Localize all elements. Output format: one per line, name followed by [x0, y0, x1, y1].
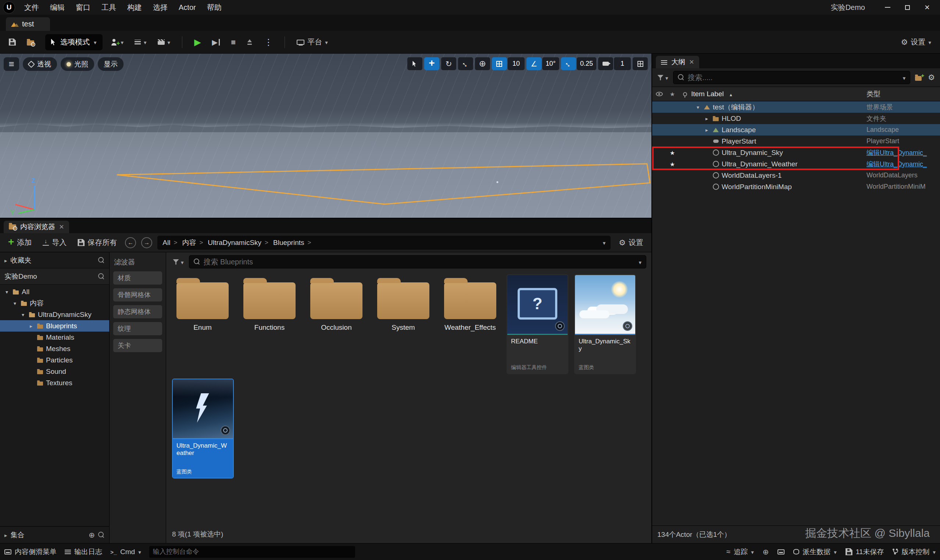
play-options-kebab[interactable]	[261, 35, 276, 49]
outliner-row[interactable]: WorldPartitionMiniMap WorldPartitionMini…	[652, 181, 940, 192]
folder-tree-item[interactable]: Textures	[0, 377, 109, 389]
expander-icon[interactable]	[704, 127, 710, 133]
perspective-dropdown[interactable]: 透视	[23, 57, 57, 71]
output-log-button[interactable]: 输出日志	[65, 547, 102, 557]
menu-item[interactable]: 帮助	[201, 1, 227, 14]
eject-button[interactable]	[244, 37, 256, 47]
menu-item[interactable]: 编辑	[45, 1, 70, 14]
snapshot-button[interactable]	[778, 549, 784, 554]
item-label-column-header[interactable]: Item Label	[691, 90, 866, 98]
unreal-logo-icon[interactable]	[3, 2, 15, 14]
outliner-row[interactable]: HLOD 文件夹	[652, 113, 940, 124]
actor-type-cell[interactable]: PlayerStart	[866, 137, 940, 145]
search-icon[interactable]	[98, 532, 105, 538]
actor-label-cell[interactable]: WorldPartitionMiniMap	[691, 183, 866, 191]
show-dropdown[interactable]: 显示	[98, 57, 123, 71]
outliner-row[interactable]: Landscape Landscape	[652, 124, 940, 135]
asset-search-box[interactable]	[189, 255, 646, 268]
landscape-selection-outline[interactable]	[117, 164, 650, 204]
folder-tile[interactable]: Functions	[239, 274, 300, 332]
play-button[interactable]	[191, 35, 204, 49]
menu-item[interactable]: 窗口	[70, 1, 96, 14]
close-icon[interactable]	[689, 58, 694, 66]
maximize-viewport-button[interactable]	[633, 57, 648, 70]
stop-button[interactable]	[228, 35, 239, 49]
content-drawer-button[interactable]: 内容侧滑菜单	[5, 547, 57, 557]
scale-tool[interactable]	[458, 57, 473, 70]
rotation-snap-toggle[interactable]	[526, 57, 542, 70]
grid-snap-value[interactable]: 10	[508, 57, 525, 70]
favorite-cell[interactable]	[666, 149, 679, 157]
expander-icon[interactable]	[4, 289, 10, 295]
folder-tree-item[interactable]: Materials	[0, 332, 109, 343]
folder-tree-item[interactable]: Particles	[0, 354, 109, 366]
actor-label-cell[interactable]: test（编辑器）	[691, 102, 866, 112]
filter-pill[interactable]: 关卡	[113, 339, 162, 352]
breadcrumb-item[interactable]: UltraDynamicSky	[208, 239, 272, 247]
chevron-down-icon[interactable]	[639, 258, 642, 266]
session-record-button[interactable]	[762, 548, 769, 556]
close-button[interactable]	[917, 0, 937, 14]
content-browser-settings[interactable]: 设置	[616, 235, 646, 250]
filter-pill[interactable]: 骨骼网格体	[113, 288, 162, 302]
console-input-box[interactable]	[149, 546, 355, 558]
folder-tile[interactable]: Enum	[172, 274, 233, 332]
actor-type-cell[interactable]: WorldDataLayers	[866, 171, 940, 179]
favorite-cell[interactable]	[666, 160, 679, 168]
browse-content-button[interactable]	[24, 37, 37, 48]
actor-type-cell[interactable]: 编辑Ultra_Dynamic_	[866, 160, 940, 169]
path-dropdown-icon[interactable]	[603, 238, 606, 247]
maximize-button[interactable]	[897, 0, 917, 14]
actor-label-cell[interactable]: Ultra_Dynamic_Weather	[691, 160, 866, 168]
favorites-section[interactable]: 收藏夹	[0, 252, 109, 268]
outliner-settings-button[interactable]	[926, 72, 936, 83]
expander-icon[interactable]	[695, 104, 701, 110]
expander-icon[interactable]	[12, 300, 18, 306]
project-section[interactable]: 实验Demo	[0, 268, 109, 285]
outliner-row[interactable]: test（编辑器） 世界场景	[652, 102, 940, 113]
trace-dropdown[interactable]: 追踪	[726, 547, 754, 557]
folder-tile[interactable]: System	[373, 274, 434, 332]
scale-snap-value[interactable]: 0.25	[577, 57, 596, 70]
breadcrumb-bar[interactable]: All 内容 UltraDynamicSky Blueprints	[157, 236, 611, 250]
actor-label-cell[interactable]: Ultra_Dynamic_Sky	[691, 149, 866, 157]
chevron-down-icon[interactable]	[903, 74, 906, 82]
add-collection-icon[interactable]	[89, 531, 95, 540]
search-icon[interactable]	[98, 257, 105, 264]
chevron-right-icon[interactable]	[5, 256, 7, 265]
asset-tile[interactable]: Ultra_Dynamic_Sky 蓝图类	[574, 274, 636, 374]
move-tool[interactable]	[424, 57, 439, 70]
save-button[interactable]	[6, 36, 19, 48]
filter-pill[interactable]: 纹理	[113, 322, 162, 335]
folder-tree-item[interactable]: Sound	[0, 366, 109, 377]
breadcrumb-item[interactable]: 内容	[182, 238, 206, 248]
collections-section[interactable]: 集合	[0, 526, 109, 543]
actor-type-cell[interactable]: 编辑Ultra_Dynamic_	[866, 148, 940, 157]
folder-tree-item[interactable]: Meshes	[0, 343, 109, 354]
favorite-column-icon[interactable]	[670, 90, 675, 98]
scale-snap-toggle[interactable]	[561, 57, 576, 70]
cmd-dropdown[interactable]: Cmd	[110, 548, 141, 556]
filter-pill[interactable]: 静态网格体	[113, 305, 162, 318]
camera-speed-button[interactable]	[598, 57, 613, 70]
asset-search-input[interactable]	[204, 258, 636, 266]
actor-type-cell[interactable]: 世界场景	[866, 103, 940, 112]
actor-label-cell[interactable]: PlayerStart	[691, 137, 866, 145]
rotation-snap-value[interactable]: 10°	[542, 57, 559, 70]
expander-icon[interactable]	[704, 116, 710, 122]
navigate-forward-button[interactable]	[141, 237, 152, 248]
asset-tile[interactable]: Ultra_Dynamic_Weather 蓝图类	[172, 378, 234, 478]
menu-item[interactable]: 文件	[19, 1, 45, 14]
actor-type-cell[interactable]: Landscape	[866, 126, 940, 134]
add-asset-button[interactable]: 添加	[5, 235, 35, 250]
menu-item[interactable]: 选择	[147, 1, 173, 14]
type-column-header[interactable]: 类型	[866, 89, 940, 99]
actor-type-cell[interactable]: WorldPartitionMiniM	[866, 183, 940, 191]
search-icon[interactable]	[98, 273, 105, 280]
level-viewport[interactable]: 透视 光照 显示	[0, 54, 651, 218]
menu-item[interactable]: 工具	[96, 1, 122, 14]
cinematics-dropdown[interactable]	[155, 35, 173, 48]
folder-tree-item[interactable]: 内容	[0, 297, 109, 309]
filter-pill[interactable]: 材质	[113, 271, 162, 285]
viewport-options-menu[interactable]	[4, 57, 19, 71]
